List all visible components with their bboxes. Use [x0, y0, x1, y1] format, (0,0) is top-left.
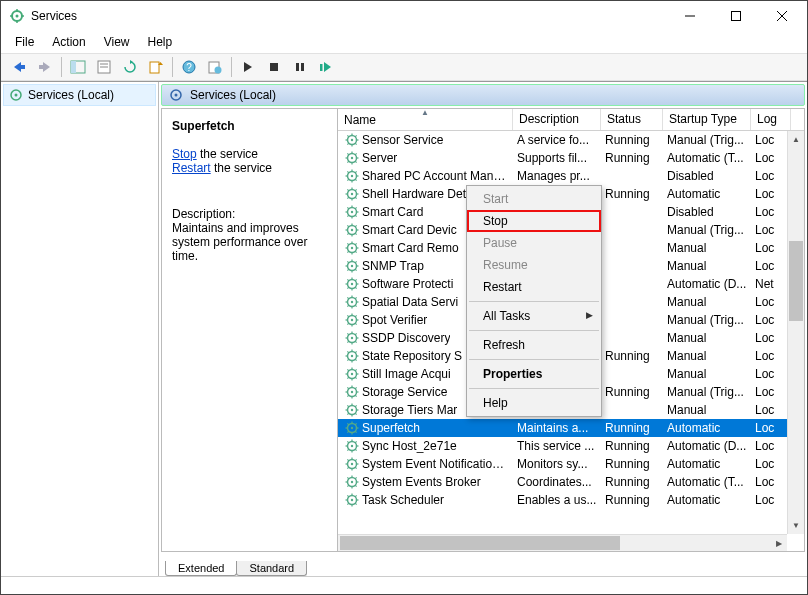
view-tabs: Extended Standard	[159, 554, 807, 576]
tab-extended[interactable]: Extended	[165, 561, 237, 576]
service-logon: Loc	[751, 438, 791, 454]
svg-point-1	[16, 15, 19, 18]
service-status: Running	[601, 150, 663, 166]
start-service-button[interactable]	[236, 56, 260, 78]
export-button[interactable]	[144, 56, 168, 78]
help-button[interactable]: ?	[177, 56, 201, 78]
svg-line-96	[347, 243, 348, 244]
col-name[interactable]: Name▲	[338, 109, 513, 130]
close-button[interactable]	[759, 2, 805, 30]
scrollbar-thumb[interactable]	[789, 241, 803, 321]
ctx-alltasks[interactable]: All Tasks▶	[467, 305, 601, 327]
table-row[interactable]: System Event Notification S...Monitors s…	[338, 455, 804, 473]
stop-service-button[interactable]	[262, 56, 286, 78]
service-status	[601, 265, 663, 267]
service-name: Smart Card Remo	[362, 241, 459, 255]
service-startup: Manual (Trig...	[663, 312, 751, 328]
refresh-button[interactable]	[118, 56, 142, 78]
menu-help[interactable]: Help	[140, 33, 181, 51]
restart-link[interactable]: Restart	[172, 161, 211, 175]
properties-button[interactable]	[92, 56, 116, 78]
table-row[interactable]: ServerSupports fil...RunningAutomatic (T…	[338, 149, 804, 167]
scrollbar-thumb[interactable]	[340, 536, 620, 550]
service-startup: Manual (Trig...	[663, 132, 751, 148]
restart-service-button[interactable]	[314, 56, 338, 78]
service-logon: Net	[751, 276, 791, 292]
table-row[interactable]: Sensor ServiceA service fo...RunningManu…	[338, 131, 804, 149]
svg-rect-25	[320, 64, 323, 71]
service-startup: Automatic (T...	[663, 150, 751, 166]
service-status	[601, 247, 663, 249]
ctx-resume: Resume	[467, 254, 601, 276]
table-row[interactable]: SuperfetchMaintains a...RunningAutomatic…	[338, 419, 804, 437]
menu-file[interactable]: File	[7, 33, 42, 51]
pause-service-button[interactable]	[288, 56, 312, 78]
stop-link[interactable]: Stop	[172, 147, 197, 161]
service-status	[601, 409, 663, 411]
menu-action[interactable]: Action	[44, 33, 93, 51]
svg-point-27	[15, 94, 18, 97]
minimize-button[interactable]	[667, 2, 713, 30]
svg-point-181	[351, 409, 353, 411]
show-hide-tree-button[interactable]	[66, 56, 90, 78]
forward-button[interactable]	[33, 56, 57, 78]
svg-line-97	[355, 251, 356, 252]
right-pane-title: Services (Local)	[190, 88, 276, 102]
table-row[interactable]: Sync Host_2e71eThis service ...RunningAu…	[338, 437, 804, 455]
svg-line-219	[347, 467, 348, 468]
col-status[interactable]: Status	[601, 109, 663, 130]
help-alt-button[interactable]	[203, 56, 227, 78]
ctx-stop[interactable]: Stop	[467, 210, 601, 232]
svg-point-81	[351, 229, 353, 231]
scroll-up-icon[interactable]: ▲	[788, 131, 804, 148]
svg-line-136	[347, 315, 348, 316]
gear-icon	[344, 276, 360, 292]
svg-rect-17	[150, 62, 159, 73]
menu-view[interactable]: View	[96, 33, 138, 51]
menubar: File Action View Help	[1, 31, 807, 53]
svg-line-98	[355, 243, 356, 244]
service-logon: Loc	[751, 348, 791, 364]
back-button[interactable]	[7, 56, 31, 78]
ctx-refresh[interactable]: Refresh	[467, 334, 601, 356]
svg-rect-22	[270, 63, 278, 71]
vertical-scrollbar[interactable]: ▲ ▼	[787, 131, 804, 534]
col-description[interactable]: Description	[513, 109, 601, 130]
col-logon[interactable]: Log	[751, 109, 791, 130]
service-status: Running	[601, 438, 663, 454]
table-row[interactable]: Task SchedulerEnables a us...RunningAuto…	[338, 491, 804, 509]
svg-line-36	[347, 135, 348, 136]
ctx-help[interactable]: Help	[467, 392, 601, 414]
svg-point-61	[351, 193, 353, 195]
svg-line-218	[355, 459, 356, 460]
table-row[interactable]: System Events BrokerCoordinates...Runnin…	[338, 473, 804, 491]
svg-line-177	[355, 395, 356, 396]
restart-link-line: Restart the service	[172, 161, 327, 175]
svg-rect-23	[296, 63, 299, 71]
horizontal-scrollbar[interactable]: ◀ ▶	[338, 534, 787, 551]
scroll-down-icon[interactable]: ▼	[788, 517, 804, 534]
col-startup[interactable]: Startup Type	[663, 109, 751, 130]
svg-line-126	[347, 297, 348, 298]
scroll-right-icon[interactable]: ▶	[770, 535, 787, 551]
gear-icon	[344, 348, 360, 364]
svg-line-157	[355, 359, 356, 360]
maximize-button[interactable]	[713, 2, 759, 30]
svg-point-221	[351, 481, 353, 483]
svg-rect-10	[20, 65, 25, 69]
tree-node-services-local[interactable]: Services (Local)	[3, 84, 156, 106]
service-status	[601, 319, 663, 321]
ctx-properties[interactable]: Properties	[467, 363, 601, 385]
table-row[interactable]: Shared PC Account ManagerManages pr...Di…	[338, 167, 804, 185]
ctx-restart[interactable]: Restart	[467, 276, 601, 298]
tab-standard[interactable]: Standard	[236, 561, 307, 576]
svg-point-191	[351, 427, 353, 429]
svg-line-49	[347, 161, 348, 162]
right-pane-header: Services (Local)	[161, 84, 805, 106]
tree-pane: Services (Local)	[1, 82, 159, 576]
svg-line-78	[355, 207, 356, 208]
gear-icon	[344, 132, 360, 148]
svg-line-109	[347, 269, 348, 270]
service-name: State Repository S	[362, 349, 462, 363]
service-logon: Loc	[751, 402, 791, 418]
